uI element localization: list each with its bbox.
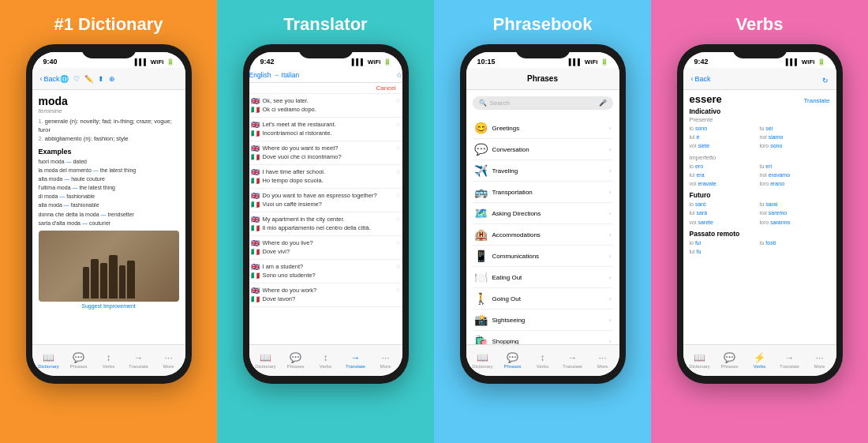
form-io-fut: sarò: [695, 201, 706, 207]
tab-dictionary-4[interactable]: 📖 Dictionary: [685, 352, 715, 369]
tab-more-1[interactable]: ··· More: [154, 352, 184, 369]
tab-phrases-2[interactable]: 💬 Phrases: [281, 352, 311, 369]
phone-notch-2: [298, 44, 354, 58]
pronoun-io-fut: io: [690, 201, 695, 207]
flag-uk-4: 🇬🇧: [251, 168, 260, 176]
tab-more-2[interactable]: ··· More: [371, 352, 401, 369]
conj-noi-imp: noi eravamo: [760, 171, 830, 179]
conj-futuro: io sarò tu sarai lui sarà noi saremo voi…: [690, 200, 830, 227]
tab-verbs-3[interactable]: ↕ Verbs: [528, 352, 558, 369]
mic-icon-phrases[interactable]: 🎤: [599, 99, 607, 107]
translate-link[interactable]: Translate: [803, 97, 829, 104]
phrases-nav: Phrases: [466, 68, 619, 90]
tab-verbs-2[interactable]: ↕ Verbs: [311, 352, 341, 369]
tab-more-3[interactable]: ··· More: [588, 352, 618, 369]
search-icon-phrases: 🔍: [479, 99, 487, 107]
tab-verbs-1[interactable]: ↕ Verbs: [94, 352, 124, 369]
tense-indicativo: Indicativo Presente io sono tu sei lui è…: [690, 107, 830, 151]
cat-traveling[interactable]: ✈️ Traveling ›: [473, 160, 613, 182]
cat-sightseeing[interactable]: 📸 Sightseeing ›: [473, 310, 613, 331]
cat-name-accom: Accommodations: [492, 231, 609, 238]
refresh-icon-4[interactable]: ↻: [822, 77, 829, 84]
panel-1-title: #1 Dictionary: [54, 14, 163, 35]
star-1[interactable]: ☆: [395, 97, 401, 104]
def-text-1: generale (n): novelty; fad; in-thing; cr…: [39, 118, 172, 133]
star-2[interactable]: ☆: [395, 121, 401, 128]
trans-en-9: 🇬🇧Where do you work?☆: [251, 287, 401, 295]
star-9[interactable]: ☆: [395, 287, 401, 294]
flag-uk-7: 🇬🇧: [251, 239, 260, 247]
tab-dictionary-2[interactable]: 📖 Dictionary: [251, 352, 281, 369]
verb-title: essere: [690, 93, 722, 105]
tab-dictionary-1[interactable]: 📖 Dictionary: [34, 352, 64, 369]
trans-en-4: 🇬🇧I have time after school.☆: [251, 168, 401, 176]
tab-dictionary-3[interactable]: 📖 Dictionary: [468, 352, 498, 369]
star-8[interactable]: ☆: [395, 263, 401, 270]
tab-dict-icon-4: 📖: [694, 352, 705, 363]
cat-greetings[interactable]: 😊 Greetings ›: [473, 118, 613, 139]
chevron-transport: ›: [609, 189, 612, 196]
pronoun-loro-pres: loro: [760, 143, 771, 148]
word-type: feminine: [39, 107, 179, 115]
cat-eating[interactable]: 🍽️ Eating Out ›: [473, 267, 613, 288]
star-5[interactable]: ☆: [395, 192, 401, 199]
conj-tu-presente: tu sei: [760, 124, 830, 133]
wifi-icon-2: WiFi: [368, 58, 381, 66]
conj-io-imp: io ero: [690, 162, 760, 171]
cat-name-go: Going Out: [492, 295, 609, 302]
star-6[interactable]: ☆: [395, 216, 401, 223]
battery-icon-1: 🔋: [166, 58, 174, 66]
cancel-button[interactable]: Cancel: [376, 84, 396, 92]
share-icon-1[interactable]: ⬆: [98, 75, 104, 83]
tab-phrases-3[interactable]: 💬 Phrases: [498, 352, 528, 369]
wifi-icon-4: WiFi: [802, 58, 815, 66]
back-button-1[interactable]: ‹ Back: [40, 75, 60, 83]
trans-pair-2: 🇬🇧Let's meet at the restaurant.☆ 🇮🇹Incon…: [249, 118, 402, 141]
battery-icon-2: 🔋: [383, 58, 391, 66]
tab-translate-1[interactable]: → Translate: [124, 352, 154, 369]
cat-going-out[interactable]: 🚶 Going Out ›: [473, 288, 613, 310]
tab-translate-4[interactable]: → Translate: [775, 352, 805, 369]
tab-verbs-4[interactable]: ⚡ Verbs: [745, 352, 775, 369]
cat-accommodations[interactable]: 🏨 Accommodations ›: [473, 224, 613, 246]
star-4[interactable]: ☆: [395, 168, 401, 175]
phone-notch-1: [81, 44, 137, 58]
tab-translate-icon-4: →: [785, 352, 795, 363]
pencil-icon-1[interactable]: ✏️: [84, 75, 93, 83]
tab-translate-label-1: Translate: [129, 364, 148, 369]
star-7[interactable]: ☆: [395, 239, 401, 246]
flag-uk-8: 🇬🇧: [251, 263, 260, 271]
form-io-pres: sono: [695, 126, 707, 131]
tense-futuro: Futuro io sarò tu sarai lui sarà noi sar…: [690, 191, 830, 227]
cat-name-eat: Eating Out: [492, 274, 609, 281]
star-lang-icon[interactable]: ☆: [396, 71, 402, 79]
cat-communications[interactable]: 📱 Communications ›: [473, 246, 613, 267]
tab-more-4[interactable]: ··· More: [805, 352, 835, 369]
back-button-4[interactable]: ‹ Back: [691, 75, 711, 83]
cat-transportation[interactable]: 🚌 Transportation ›: [473, 182, 613, 203]
tab-phrases-4[interactable]: 💬 Phrases: [715, 352, 745, 369]
cat-shopping[interactable]: 🛍️ Shopping ›: [473, 331, 613, 344]
phone-screen-3: 10:15 ▌▌▌ WiFi 🔋 Phrases 🔍 Search 🎤: [466, 52, 619, 376]
heart-icon-1[interactable]: ♡: [73, 75, 80, 83]
globe-icon-1[interactable]: 🌐: [60, 75, 69, 83]
tab-phrases-icon-1: 💬: [73, 352, 84, 363]
conj-loro-presente: loro sono: [760, 141, 830, 150]
trans-pair-5: 🇬🇧Do you want to have an espresso togeth…: [249, 189, 402, 212]
tab-translate-3[interactable]: → Translate: [558, 352, 588, 369]
tab-translate-2[interactable]: → Translate: [341, 352, 371, 369]
trans-it-5: 🇮🇹Vuoi un caffè insieme?: [251, 201, 401, 208]
tab-verbs-label-2: Verbs: [320, 364, 331, 369]
trans-pair-8: 🇬🇧I am a student?☆ 🇮🇹Sono uno studente?: [249, 260, 402, 283]
suggest-improvement[interactable]: Suggest Improvement: [39, 302, 179, 310]
star-3[interactable]: ☆: [395, 145, 401, 152]
trans-it-8: 🇮🇹Sono uno studente?: [251, 272, 401, 280]
tab-phrases-1[interactable]: 💬 Phrases: [64, 352, 94, 369]
form-voi-pres: siete: [698, 143, 709, 148]
search-bar-phrases[interactable]: 🔍 Search 🎤: [473, 96, 613, 110]
cat-conversation[interactable]: 💬 Conversation ›: [473, 139, 613, 160]
cat-name-sight: Sightseeing: [492, 317, 609, 324]
more-icon-1[interactable]: ⊕: [109, 75, 115, 83]
trans-pair-9: 🇬🇧Where do you work?☆ 🇮🇹Dove lavori?: [249, 283, 402, 307]
cat-directions[interactable]: 🗺️ Asking Directions ›: [473, 203, 613, 224]
